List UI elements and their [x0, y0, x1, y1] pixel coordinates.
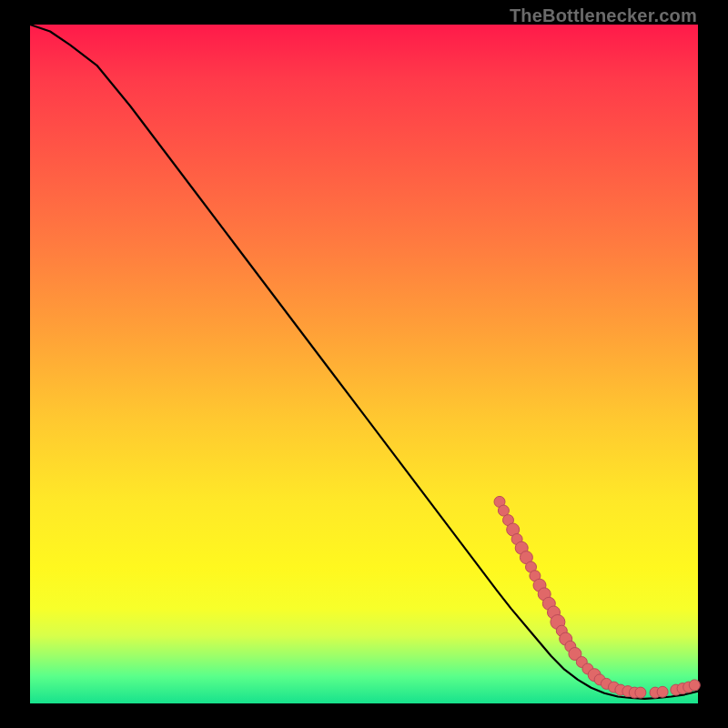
attribution-label: TheBottlenecker.com — [510, 5, 697, 26]
data-marker — [657, 686, 668, 697]
plot-svg — [30, 25, 698, 703]
data-marker — [689, 680, 700, 691]
data-marker — [635, 687, 646, 698]
data-markers — [494, 496, 700, 698]
bottleneck-curve — [30, 25, 698, 699]
chart-stage: TheBottlenecker.com — [0, 0, 728, 728]
